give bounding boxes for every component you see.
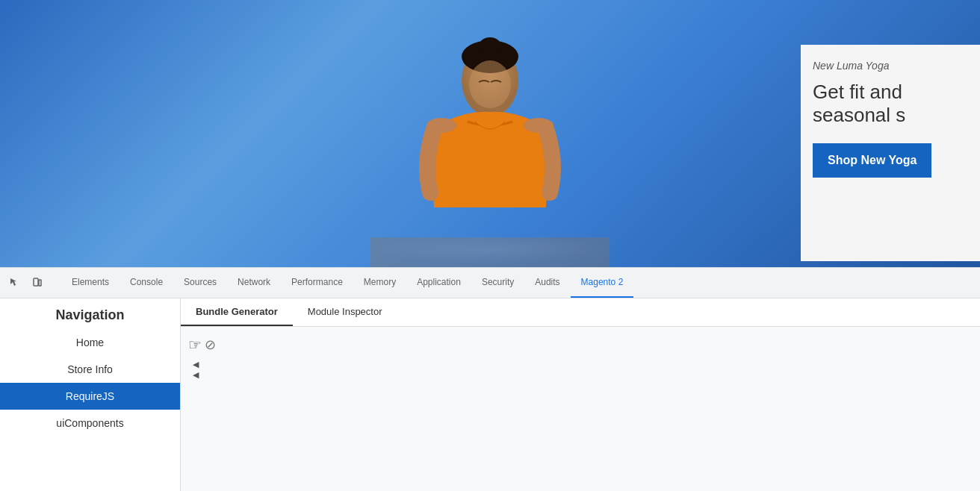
no-entry-icon: ⊘ bbox=[205, 337, 216, 353]
tab-memory[interactable]: Memory bbox=[353, 268, 406, 298]
tab-security[interactable]: Security bbox=[471, 268, 524, 298]
yoga-figure bbox=[303, 0, 677, 267]
tab-audits[interactable]: Audits bbox=[524, 268, 570, 298]
navigation-title: Navigation bbox=[0, 298, 180, 329]
device-toolbar-button[interactable] bbox=[28, 274, 46, 292]
navigation-sidebar: Navigation Home Store Info RequireJS uiC… bbox=[0, 298, 181, 491]
svg-point-5 bbox=[469, 60, 511, 108]
scroll-left-arrow-2[interactable]: ◀ bbox=[193, 370, 202, 379]
right-panel: Bundle Generator Module Inspector ☞ ⊘ ◀ … bbox=[181, 298, 980, 491]
tab-network[interactable]: Network bbox=[227, 268, 281, 298]
devtools-panel: Navigation Home Store Info RequireJS uiC… bbox=[0, 298, 980, 491]
tab-module-inspector[interactable]: Module Inspector bbox=[293, 298, 397, 326]
tab-console[interactable]: Console bbox=[120, 268, 173, 298]
nav-item-home[interactable]: Home bbox=[0, 329, 180, 356]
devtools-tabs: Elements Console Sources Network Perform… bbox=[61, 268, 633, 298]
tab-bundle-generator[interactable]: Bundle Generator bbox=[181, 298, 293, 326]
ad-title: Get fit and seasonal s bbox=[813, 81, 968, 127]
svg-rect-9 bbox=[34, 278, 38, 286]
cursor-icon[interactable]: ☞ bbox=[188, 336, 202, 354]
tab-application[interactable]: Application bbox=[406, 268, 471, 298]
hero-background: New Luma Yoga Get fit and seasonal s Sho… bbox=[0, 0, 980, 267]
ad-subtitle: New Luma Yoga bbox=[813, 60, 968, 72]
panel-content: ☞ ⊘ ◀ ◀ bbox=[181, 327, 980, 491]
svg-rect-8 bbox=[370, 237, 610, 267]
panel-tabs: Bundle Generator Module Inspector bbox=[181, 298, 980, 327]
website-hero: New Luma Yoga Get fit and seasonal s Sho… bbox=[0, 0, 980, 267]
scroll-indicators: ◀ ◀ bbox=[187, 360, 974, 379]
svg-point-4 bbox=[480, 37, 500, 52]
tab-sources[interactable]: Sources bbox=[173, 268, 227, 298]
scroll-left-arrow-1[interactable]: ◀ bbox=[193, 360, 202, 369]
nav-item-uicomponents[interactable]: uiComponents bbox=[0, 410, 180, 437]
nav-item-requirejs[interactable]: RequireJS bbox=[0, 383, 180, 410]
inspect-element-button[interactable] bbox=[6, 274, 24, 292]
nav-item-store-info[interactable]: Store Info bbox=[0, 356, 180, 383]
shop-new-yoga-button[interactable]: Shop New Yoga bbox=[813, 143, 931, 178]
tab-performance[interactable]: Performance bbox=[281, 268, 353, 298]
devtools-tab-bar: Elements Console Sources Network Perform… bbox=[0, 267, 980, 298]
tab-magento2[interactable]: Magento 2 bbox=[571, 268, 634, 298]
ad-panel: New Luma Yoga Get fit and seasonal s Sho… bbox=[801, 45, 980, 261]
tab-elements[interactable]: Elements bbox=[61, 268, 120, 298]
svg-rect-10 bbox=[39, 280, 41, 286]
devtools-icon-group bbox=[6, 274, 52, 292]
